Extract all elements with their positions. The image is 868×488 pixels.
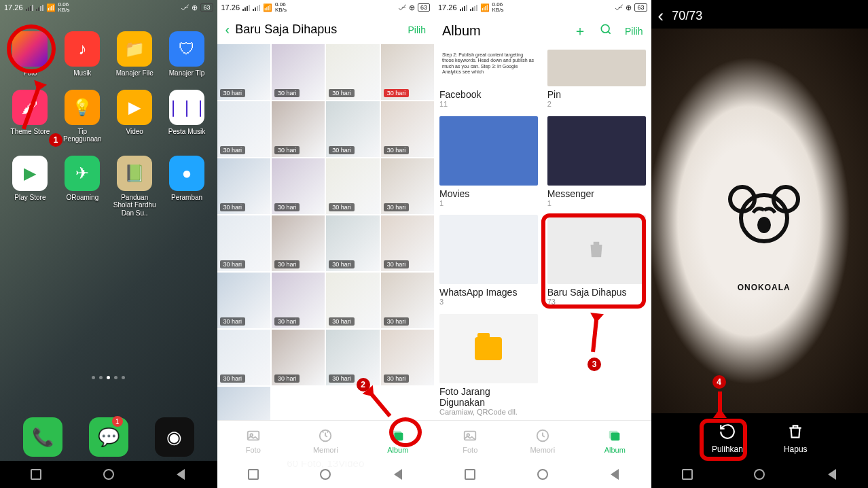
album-foto-jarang-digunakan[interactable]: Foto Jarang DigunakanCaramiaw, QRCode dl… [439, 314, 538, 420]
photo-cell[interactable]: 30 hari [381, 215, 434, 271]
app-musik[interactable]: ♪Musik [59, 31, 106, 77]
nav-bar [0, 461, 217, 488]
nav-bar [217, 461, 435, 488]
nav-home[interactable] [507, 461, 579, 488]
home-screen: 17.26 📶 0.06KB/s ⍻ ⊕ 63 Foto♪Musik📁Manaj… [0, 0, 217, 488]
app-video[interactable]: ▶Video [111, 90, 158, 143]
photo-cell[interactable]: 30 hari [326, 273, 379, 328]
app-label: Video [126, 128, 143, 136]
photo-cell[interactable]: 30 hari [381, 101, 434, 157]
album-facebook[interactable]: Step 2: Publish great content targeting … [439, 50, 538, 112]
album-count: 1 [439, 199, 538, 207]
search-icon[interactable] [599, 22, 613, 39]
album-name: Pin [547, 89, 646, 100]
photo-cell[interactable]: 30 hari [272, 215, 325, 271]
app-label: Play Store [14, 194, 46, 202]
album-count: 3 [439, 298, 538, 306]
photo-cell[interactable]: 30 hari [381, 44, 434, 100]
photo-cell[interactable]: 30 hari [381, 158, 434, 214]
photo[interactable]: ONOKOALA [651, 29, 869, 413]
svg-rect-4 [393, 430, 401, 438]
nav-recent[interactable] [434, 461, 507, 488]
photo-cell[interactable]: 30 hari [381, 330, 434, 385]
photo-cell[interactable]: 30 hari [272, 101, 325, 157]
svg-point-14 [757, 217, 771, 233]
album-messenger[interactable]: Messenger1 [547, 116, 646, 211]
photo-cell[interactable]: 30 hari [381, 273, 434, 328]
app-manajer-file[interactable]: 📁Manajer File [111, 31, 158, 77]
header: Album ＋ Pilih [434, 15, 651, 47]
nav-home[interactable] [73, 461, 145, 488]
photo-cell[interactable]: 30 hari [217, 330, 270, 385]
photo-cell[interactable]: 30 hari [217, 44, 270, 100]
app-pesta-musik[interactable]: ❘❘❘Pesta Musik [164, 90, 211, 143]
photo-cell[interactable]: 30 hari [272, 273, 325, 328]
add-icon[interactable]: ＋ [573, 22, 587, 40]
nav-bar [651, 461, 869, 488]
nav-back[interactable] [362, 461, 435, 488]
app-manajer-tlp[interactable]: 🛡Manajer Tlp [164, 31, 211, 77]
photo-cell[interactable]: 30 hari [217, 273, 270, 328]
status-time: 17.26 [4, 3, 23, 12]
app-play-store[interactable]: ▶Play Store [7, 156, 54, 217]
app-oroaming[interactable]: ✈ORoaming [59, 156, 106, 217]
photo-cell[interactable]: 30 hari [272, 44, 325, 100]
album-pin[interactable]: Pin2 [547, 50, 646, 112]
photo-cell[interactable]: 30 hari [326, 158, 379, 214]
highlight-box [541, 213, 646, 309]
photo-cell[interactable]: 30 hari [272, 330, 325, 385]
dock: 📞💬1◉ [0, 417, 217, 457]
album-movies[interactable]: Movies1 [439, 116, 538, 211]
album-whatsapp-images[interactable]: WhatsApp Images3 [439, 215, 538, 310]
tab-memori[interactable]: Memori [289, 421, 362, 461]
nav-recent[interactable] [651, 461, 724, 488]
photo-cell[interactable]: 30 hari [326, 101, 379, 157]
nav-recent[interactable] [217, 461, 290, 488]
photo-grid: 30 hari30 hari30 hari30 hari30 hari30 ha… [217, 44, 435, 444]
app-label: Manajer File [116, 69, 153, 77]
nav-recent[interactable] [0, 461, 73, 488]
nav-back[interactable] [796, 461, 869, 488]
expiry-tag: 30 hari [384, 260, 410, 268]
nav-home[interactable] [723, 461, 796, 488]
tab-album[interactable]: Album [362, 421, 435, 461]
app-peramban[interactable]: ●Peramban [164, 156, 211, 217]
back-icon[interactable]: ‹ [225, 22, 230, 37]
app-icon: ● [169, 156, 204, 191]
expiry-tag: 30 hari [329, 89, 355, 97]
app-icon: ▶ [12, 156, 48, 191]
nav-back[interactable] [579, 461, 651, 488]
tab-album[interactable]: Album [579, 421, 651, 461]
app-tip-penggunaan[interactable]: 💡Tip Penggunaan [59, 90, 106, 143]
dock-app[interactable]: 💬1 [89, 417, 128, 457]
tab-foto[interactable]: Foto [217, 421, 290, 461]
album-count: 2 [547, 100, 646, 108]
album-name: Movies [439, 188, 538, 199]
photo-cell[interactable]: 30 hari [326, 215, 379, 271]
back-icon[interactable]: ‹ [658, 5, 664, 27]
expiry-tag: 30 hari [384, 146, 410, 154]
photo-cell[interactable]: 30 hari [272, 158, 325, 214]
app-foto[interactable]: Foto [7, 31, 54, 77]
select-button[interactable]: Pilih [625, 26, 643, 37]
app-label: Pesta Musik [168, 128, 205, 136]
photo-cell[interactable]: 30 hari [217, 101, 270, 157]
volte-icon: ⊕ [192, 3, 198, 12]
delete-button[interactable]: Hapus [784, 423, 808, 454]
select-button[interactable]: Pilih [408, 24, 426, 35]
dock-app[interactable]: 📞 [23, 417, 62, 457]
album-name: WhatsApp Images [439, 287, 538, 298]
nav-back[interactable] [145, 461, 217, 488]
photo-cell[interactable]: 30 hari [217, 158, 270, 214]
photo-cell[interactable]: 30 hari [326, 44, 379, 100]
dock-app[interactable]: ◉ [155, 417, 194, 457]
nav-home[interactable] [289, 461, 362, 488]
signal-1-icon [26, 5, 33, 11]
tab-foto[interactable]: Foto [434, 421, 507, 461]
action-bar: Pulihkan Hapus [651, 423, 869, 454]
tab-memori[interactable]: Memori [507, 421, 579, 461]
photo-cell[interactable]: 30 hari [326, 330, 379, 385]
app-panduan-sholat-fardhu-dan-su-[interactable]: 📗Panduan Sholat Fardhu Dan Su.. [111, 156, 158, 217]
photo-cell[interactable]: 30 hari [217, 215, 270, 271]
photo-counter: 70/73 [672, 9, 702, 23]
